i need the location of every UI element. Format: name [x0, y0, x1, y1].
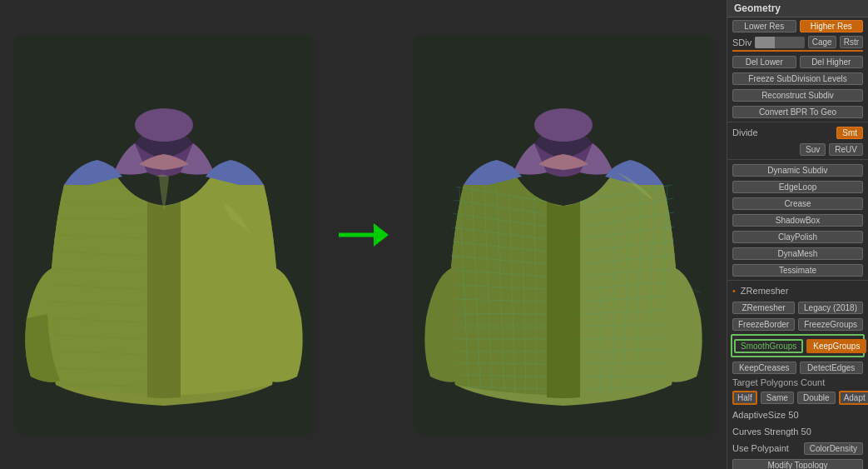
target-polygons-label: Target Polygons Count [732, 377, 825, 387]
canvas-area [0, 0, 727, 469]
divide-label: Divide [732, 127, 833, 137]
sdiv-slider[interactable] [755, 37, 805, 48]
detect-edges-button[interactable]: DetectEdges [800, 362, 864, 374]
edgeloop-button[interactable]: EdgeLoop [732, 181, 863, 193]
target-polygons-row: Target Polygons Count [727, 376, 868, 389]
del-lower-button[interactable]: Del Lower [732, 56, 796, 68]
tessimate-button[interactable]: Tessimate [732, 264, 863, 277]
smt-button[interactable]: Smt [836, 127, 863, 139]
smooth-groups-button[interactable]: SmoothGroups [734, 339, 803, 353]
smooth-keep-group-highlighted: SmoothGroups KeepGroups [731, 334, 865, 357]
polypaint-row[interactable]: Use Polypaint ColorDensity [727, 440, 868, 457]
shadowbox-button[interactable]: ShadowBox [732, 214, 863, 227]
adaptive-size-label: AdaptiveSize 50 [732, 410, 799, 420]
freeze-groups-button[interactable]: FreezeGroups [798, 318, 863, 331]
keep-creases-row[interactable]: KeepCreases DetectEdges [727, 359, 868, 376]
model-container [0, 0, 727, 469]
zremesher-dot: • [732, 286, 736, 296]
half-adapt-row[interactable]: Half Same Double Adapt [727, 389, 868, 407]
reuv-button[interactable]: ReUV [829, 143, 863, 156]
freeze-border-button[interactable]: FreezeBorder [732, 318, 795, 331]
dynamesh-button[interactable]: DynaMesh [732, 247, 863, 260]
higher-res-button[interactable]: Higher Res [800, 20, 864, 32]
convert-bpr-row[interactable]: Convert BPR To Geo [727, 103, 868, 120]
claypolish-row[interactable]: ClayPolish [727, 228, 868, 245]
sdiv-row: SDiv Cage Rstr [727, 34, 868, 50]
suv-reuv-row[interactable]: Suv ReUV [727, 141, 868, 157]
del-higher-button[interactable]: Del Higher [800, 56, 864, 68]
reconstruct-row[interactable]: Reconstruct Subdiv [727, 87, 868, 103]
color-density-button[interactable]: ColorDensity [804, 442, 863, 455]
svg-point-67 [534, 108, 593, 142]
main-viewport [0, 0, 727, 469]
rstr-button[interactable]: Rstr [840, 36, 863, 48]
sdiv-label: SDiv [732, 37, 751, 47]
dynamic-subdiv-row[interactable]: Dynamic Subdiv [727, 162, 868, 178]
zremesher-button[interactable]: ZRemesher [732, 302, 795, 314]
zremesher-section-label: ZRemesher [741, 286, 788, 296]
crease-row[interactable]: Crease [727, 195, 868, 212]
modify-topology-row[interactable]: Modify Topology [727, 457, 868, 469]
same-button[interactable]: Same [761, 392, 794, 404]
arrow-container [339, 222, 389, 247]
double-button[interactable]: Double [797, 392, 836, 404]
adaptive-size-row: AdaptiveSize 50 [727, 407, 868, 423]
edgeloop-row[interactable]: EdgeLoop [727, 178, 868, 195]
zremesher-btn-row[interactable]: ZRemesher Legacy (2018) [727, 299, 868, 316]
crease-button[interactable]: Crease [732, 197, 863, 210]
divider-3 [727, 280, 868, 281]
keep-creases-button[interactable]: KeepCreases [732, 362, 796, 374]
dynamic-subdiv-button[interactable]: Dynamic Subdiv [732, 164, 863, 177]
lower-res-button[interactable]: Lower Res [732, 20, 796, 32]
del-row[interactable]: Del Lower Del Higher [727, 53, 868, 70]
model-left [14, 35, 314, 435]
res-row[interactable]: Lower Res Higher Res [727, 17, 868, 34]
curves-strength-row: Curves Strength 50 [727, 423, 868, 440]
svg-point-1 [135, 108, 193, 142]
shadowbox-row[interactable]: ShadowBox [727, 212, 868, 228]
geometry-title: Geometry [727, 0, 868, 17]
freeze-subdiv-row[interactable]: Freeze SubDivision Levels [727, 70, 868, 87]
sdiv-orange-bar [732, 50, 863, 52]
reconstruct-subdiv-button[interactable]: Reconstruct Subdiv [732, 89, 863, 102]
smooth-keep-row[interactable]: SmoothGroups KeepGroups [734, 337, 861, 354]
divider-2 [727, 159, 868, 160]
adapt-button[interactable]: Adapt [839, 391, 868, 405]
modify-topology-button[interactable]: Modify Topology [732, 459, 863, 470]
legacy-2018-button[interactable]: Legacy (2018) [798, 302, 863, 314]
convert-bpr-button[interactable]: Convert BPR To Geo [732, 106, 863, 118]
dynamesh-row[interactable]: DynaMesh [727, 245, 868, 262]
divide-row[interactable]: Divide Smt [727, 124, 868, 141]
curves-strength-label: Curves Strength 50 [732, 427, 811, 437]
right-panel: Geometry Lower Res Higher Res SDiv Cage … [727, 0, 868, 469]
use-polypaint-label: Use Polypaint [732, 443, 801, 453]
suv-button[interactable]: Suv [800, 143, 826, 156]
model-right [414, 35, 713, 435]
zremesher-header-row: • ZRemesher [727, 282, 868, 299]
freeze-subdiv-button[interactable]: Freeze SubDivision Levels [732, 72, 863, 85]
freeze-border-row[interactable]: FreezeBorder FreezeGroups [727, 316, 868, 332]
sdiv-slider-fill [755, 37, 775, 48]
cage-button[interactable]: Cage [808, 36, 836, 48]
half-button[interactable]: Half [732, 391, 757, 405]
divider-1 [727, 122, 868, 122]
tessimate-row[interactable]: Tessimate [727, 262, 868, 278]
keep-groups-button[interactable]: KeepGroups [806, 339, 866, 353]
direction-arrow [339, 222, 389, 247]
claypolish-button[interactable]: ClayPolish [732, 231, 863, 243]
